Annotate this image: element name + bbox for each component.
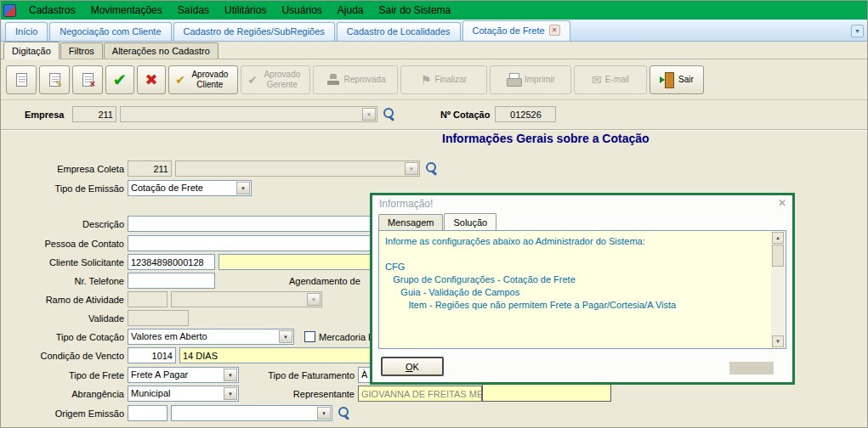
abrangencia-label: Abrangência bbox=[1, 389, 124, 399]
tab-cadastro-localidades[interactable]: Cadastro de Localidades bbox=[337, 22, 461, 41]
cancel-button[interactable]: ✖ bbox=[137, 65, 166, 94]
menu-cadastros[interactable]: Cadastros bbox=[21, 2, 83, 19]
approve-client-icon: ✔ bbox=[175, 74, 185, 86]
aprovado-cliente-button[interactable]: ✔ Aprovado Cliente bbox=[168, 65, 238, 94]
tipo-cotacao-combo[interactable]: Valores em Aberto▼ bbox=[128, 329, 294, 345]
email-envelope-icon: ✉ bbox=[592, 74, 602, 86]
dropdown-arrow-icon[interactable]: ▼ bbox=[224, 369, 237, 381]
empresa-coleta-code-field[interactable]: 211 bbox=[128, 160, 172, 177]
tipo-frete-combo[interactable]: Frete A Pagar▼ bbox=[128, 367, 239, 383]
information-dialog: Informação! ✕ Mensagem Solução Informe a… bbox=[370, 193, 795, 385]
abrangencia-combo[interactable]: Municipal▼ bbox=[128, 386, 239, 402]
reject-stamp-icon bbox=[326, 73, 341, 87]
delete-record-button[interactable]: ✕ bbox=[72, 65, 103, 94]
exit-door-icon bbox=[660, 72, 675, 87]
scrollbar[interactable]: ▲ ▼ bbox=[771, 232, 785, 347]
mercadoria-checkbox[interactable] bbox=[304, 331, 315, 342]
tab-negociacao-com-cliente[interactable]: Negociação com Cliente bbox=[49, 22, 171, 41]
subtab-alteracoes-no-cadastro[interactable]: Alterações no Cadastro bbox=[104, 42, 218, 59]
scroll-down-icon[interactable]: ▼ bbox=[772, 335, 784, 347]
dialog-message-line bbox=[385, 248, 765, 261]
condicao-vencto-label: Condição de Vencto bbox=[1, 351, 124, 361]
tab-close-icon[interactable]: ✕ bbox=[549, 25, 560, 36]
printer-icon bbox=[506, 73, 521, 87]
ramo-atividade-combo[interactable]: ▼ bbox=[171, 291, 322, 307]
dialog-message-area: Informe as configurações abaixo ao Admin… bbox=[378, 230, 786, 349]
field-value: 012526 bbox=[510, 110, 542, 120]
condicao-vencto-desc-field: 14 DIAS bbox=[179, 347, 372, 363]
edit-record-button[interactable]: ✎ bbox=[39, 65, 70, 94]
menu-usuarios[interactable]: Usuários bbox=[274, 2, 329, 19]
tab-label: Cotação de Frete bbox=[473, 25, 545, 36]
combo-value: Municipal bbox=[131, 388, 170, 398]
scroll-up-icon[interactable]: ▲ bbox=[772, 232, 784, 244]
agendamento-label: Agendamento de bbox=[289, 276, 360, 286]
section-title: Informações Gerais sobre a Cotação bbox=[442, 132, 650, 145]
search-icon[interactable] bbox=[336, 405, 353, 422]
dropdown-arrow-icon[interactable]: ▼ bbox=[279, 330, 292, 343]
tab-label: Início bbox=[15, 26, 37, 37]
empresa-coleta-label: Empresa Coleta bbox=[1, 164, 124, 174]
subtab-filtros[interactable]: Filtros bbox=[60, 42, 103, 59]
dropdown-arrow-icon[interactable]: ▼ bbox=[236, 182, 250, 194]
dialog-titlebar[interactable]: Informação! ✕ bbox=[372, 195, 792, 212]
scrollbar-thumb[interactable] bbox=[772, 245, 784, 267]
tipo-emissao-label: Tipo de Emissão bbox=[1, 183, 124, 194]
sair-button[interactable]: Sair bbox=[650, 65, 704, 94]
combo-value: Valores em Aberto bbox=[131, 331, 207, 341]
subtab-digitacao[interactable]: Digitação bbox=[3, 42, 60, 59]
search-icon[interactable] bbox=[381, 106, 398, 123]
tipo-faturamento-label: Tipo de Faturamento bbox=[241, 370, 355, 380]
tipo-emissao-combo[interactable]: Cotação de Frete▼ bbox=[128, 180, 252, 196]
menu-movimentacoes[interactable]: Movimentações bbox=[83, 2, 170, 19]
ramo-atividade-code-field[interactable] bbox=[128, 291, 167, 307]
origem-emissao-code-input[interactable] bbox=[128, 405, 167, 421]
dialog-message-line: Item - Regiões que não permitem Frete a … bbox=[385, 299, 765, 312]
tab-inicio[interactable]: Início bbox=[5, 22, 48, 41]
button-label: Reprovada bbox=[344, 75, 386, 85]
dropdown-arrow-icon[interactable]: ▼ bbox=[362, 108, 376, 121]
combo-value: Cotação de Frete bbox=[131, 183, 203, 193]
tab-cadastro-regioes-subregioes[interactable]: Cadastro de Regiões/SubRegiões bbox=[173, 22, 335, 41]
ok-button[interactable]: OK bbox=[381, 357, 444, 376]
application-window: Cadastros Movimentações Saídas Utilitári… bbox=[0, 0, 868, 428]
dropdown-arrow-icon[interactable]: ▼ bbox=[317, 407, 331, 420]
validade-field[interactable] bbox=[128, 310, 189, 326]
confirm-button[interactable]: ✔ bbox=[105, 65, 134, 94]
button-label: Aprovado Gerente bbox=[261, 70, 304, 89]
representante-field: GIOVANNA DE FREITAS MEN bbox=[358, 386, 482, 402]
dialog-tab-mensagem[interactable]: Mensagem bbox=[378, 214, 443, 230]
empresa-combo[interactable]: ▼ bbox=[120, 106, 377, 122]
field-value: 14 DIAS bbox=[183, 351, 218, 361]
menu-ajuda[interactable]: Ajuda bbox=[330, 2, 372, 19]
new-record-button[interactable] bbox=[6, 65, 37, 94]
tab-cotacao-de-frete[interactable]: Cotação de Frete ✕ bbox=[462, 20, 570, 41]
edit-document-icon: ✎ bbox=[49, 73, 60, 87]
ramo-atividade-label: Ramo de Atividade bbox=[1, 295, 124, 305]
empresa-coleta-combo[interactable]: ▼ bbox=[175, 160, 420, 177]
dropdown-arrow-icon[interactable]: ▼ bbox=[307, 293, 321, 306]
menu-saidas[interactable]: Saídas bbox=[170, 2, 217, 19]
search-icon[interactable] bbox=[423, 160, 440, 177]
dialog-title: Informação! bbox=[379, 198, 433, 210]
field-value: 211 bbox=[98, 110, 113, 120]
close-icon[interactable]: ✕ bbox=[778, 197, 786, 209]
chevron-down-icon[interactable]: ▼ bbox=[851, 25, 864, 37]
cliente-solicitante-input[interactable]: 12384898000128 bbox=[128, 254, 215, 270]
menu-sair-do-sistema[interactable]: Sair do Sistema bbox=[372, 2, 459, 19]
origem-emissao-combo[interactable]: ▼ bbox=[171, 405, 332, 421]
condicao-vencto-code-input[interactable]: 1014 bbox=[128, 347, 176, 363]
nr-telefone-input[interactable] bbox=[128, 273, 215, 289]
menu-utilitarios[interactable]: Utilitários bbox=[217, 2, 274, 19]
dropdown-arrow-icon[interactable]: ▼ bbox=[224, 387, 237, 400]
origem-emissao-label: Origem Emissão bbox=[1, 408, 124, 419]
sub-tab-bar: Digitação Filtros Alterações no Cadastro bbox=[1, 42, 867, 59]
dialog-tab-solucao[interactable]: Solução bbox=[444, 213, 496, 230]
button-label: Sair bbox=[678, 75, 694, 85]
tab-label: Negociação com Cliente bbox=[60, 26, 161, 37]
validade-label: Validade bbox=[1, 313, 124, 324]
dropdown-arrow-icon[interactable]: ▼ bbox=[405, 162, 418, 175]
empresa-code-field[interactable]: 211 bbox=[72, 106, 116, 122]
email-button: ✉ E-mail bbox=[574, 65, 647, 94]
dialog-message-line: Grupo de Configurações - Cotação de Fret… bbox=[385, 273, 765, 286]
